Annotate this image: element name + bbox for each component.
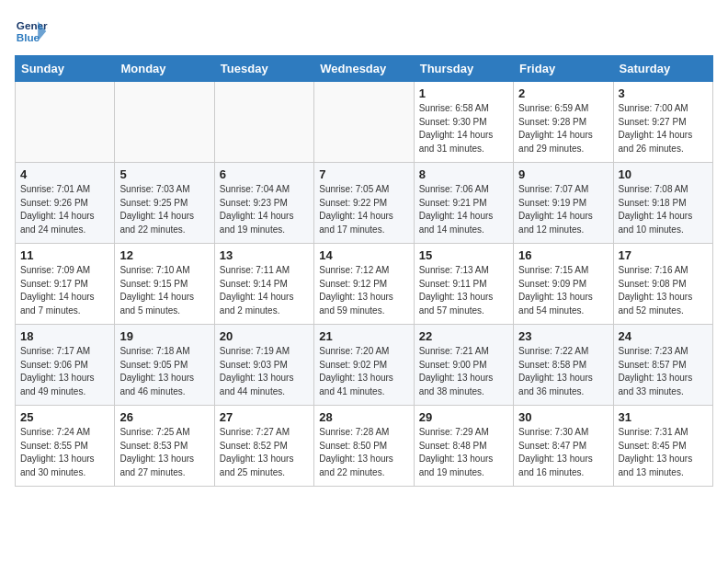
day-number: 23: [518, 329, 608, 343]
day-cell: 18Sunrise: 7:17 AMSunset: 9:06 PMDayligh…: [16, 325, 115, 406]
day-number: 28: [319, 410, 408, 424]
day-info: Sunrise: 7:20 AMSunset: 9:02 PMDaylight:…: [319, 345, 408, 398]
calendar-body: 1Sunrise: 6:58 AMSunset: 9:30 PMDaylight…: [16, 82, 713, 487]
day-info: Sunrise: 7:06 AMSunset: 9:21 PMDaylight:…: [419, 183, 508, 236]
day-info: Sunrise: 7:01 AMSunset: 9:26 PMDaylight:…: [20, 183, 109, 236]
day-cell: 4Sunrise: 7:01 AMSunset: 9:26 PMDaylight…: [16, 163, 115, 244]
day-info: Sunrise: 7:29 AMSunset: 8:48 PMDaylight:…: [419, 426, 508, 479]
day-number: 11: [20, 248, 109, 262]
day-info: Sunrise: 7:16 AMSunset: 9:08 PMDaylight:…: [619, 264, 708, 317]
day-cell: 29Sunrise: 7:29 AMSunset: 8:48 PMDayligh…: [414, 406, 513, 487]
day-number: 29: [419, 410, 508, 424]
day-info: Sunrise: 7:09 AMSunset: 9:17 PMDaylight:…: [20, 264, 109, 317]
week-row-3: 11Sunrise: 7:09 AMSunset: 9:17 PMDayligh…: [16, 244, 713, 325]
day-cell: 9Sunrise: 7:07 AMSunset: 9:19 PMDaylight…: [514, 163, 613, 244]
day-cell: 11Sunrise: 7:09 AMSunset: 9:17 PMDayligh…: [16, 244, 115, 325]
calendar-table: SundayMondayTuesdayWednesdayThursdayFrid…: [15, 55, 713, 487]
day-number: 12: [119, 248, 209, 262]
header-cell-saturday: Saturday: [613, 56, 712, 82]
day-cell: 12Sunrise: 7:10 AMSunset: 9:15 PMDayligh…: [115, 244, 214, 325]
header-cell-tuesday: Tuesday: [214, 56, 313, 82]
day-number: 27: [220, 410, 309, 424]
day-number: 20: [220, 329, 309, 343]
day-info: Sunrise: 7:31 AMSunset: 8:45 PMDaylight:…: [619, 426, 708, 479]
day-info: Sunrise: 7:04 AMSunset: 9:23 PMDaylight:…: [220, 183, 309, 236]
day-cell: 19Sunrise: 7:18 AMSunset: 9:05 PMDayligh…: [115, 325, 214, 406]
day-cell: [115, 82, 214, 163]
day-cell: 24Sunrise: 7:23 AMSunset: 8:57 PMDayligh…: [613, 325, 712, 406]
day-number: 9: [518, 167, 608, 181]
day-cell: 5Sunrise: 7:03 AMSunset: 9:25 PMDaylight…: [115, 163, 214, 244]
day-cell: [214, 82, 313, 163]
header-cell-monday: Monday: [115, 56, 214, 82]
header-cell-sunday: Sunday: [16, 56, 115, 82]
week-row-5: 25Sunrise: 7:24 AMSunset: 8:55 PMDayligh…: [16, 406, 713, 487]
logo: General Blue: [15, 15, 48, 48]
week-row-2: 4Sunrise: 7:01 AMSunset: 9:26 PMDaylight…: [16, 163, 713, 244]
calendar-header-row: SundayMondayTuesdayWednesdayThursdayFrid…: [16, 56, 713, 82]
day-info: Sunrise: 7:25 AMSunset: 8:53 PMDaylight:…: [119, 426, 209, 479]
day-number: 22: [419, 329, 508, 343]
day-cell: 3Sunrise: 7:00 AMSunset: 9:27 PMDaylight…: [613, 82, 712, 163]
day-cell: 20Sunrise: 7:19 AMSunset: 9:03 PMDayligh…: [214, 325, 313, 406]
day-cell: 7Sunrise: 7:05 AMSunset: 9:22 PMDaylight…: [314, 163, 414, 244]
day-info: Sunrise: 7:17 AMSunset: 9:06 PMDaylight:…: [20, 345, 109, 398]
day-info: Sunrise: 7:03 AMSunset: 9:25 PMDaylight:…: [119, 183, 209, 236]
day-info: Sunrise: 7:12 AMSunset: 9:12 PMDaylight:…: [319, 264, 408, 317]
header-cell-wednesday: Wednesday: [314, 56, 414, 82]
day-cell: 30Sunrise: 7:30 AMSunset: 8:47 PMDayligh…: [514, 406, 613, 487]
day-info: Sunrise: 6:58 AMSunset: 9:30 PMDaylight:…: [419, 102, 508, 155]
svg-text:Blue: Blue: [17, 31, 40, 43]
week-row-4: 18Sunrise: 7:17 AMSunset: 9:06 PMDayligh…: [16, 325, 713, 406]
day-cell: 25Sunrise: 7:24 AMSunset: 8:55 PMDayligh…: [16, 406, 115, 487]
day-info: Sunrise: 7:10 AMSunset: 9:15 PMDaylight:…: [119, 264, 209, 317]
day-cell: 27Sunrise: 7:27 AMSunset: 8:52 PMDayligh…: [214, 406, 313, 487]
day-info: Sunrise: 7:05 AMSunset: 9:22 PMDaylight:…: [319, 183, 408, 236]
day-cell: 10Sunrise: 7:08 AMSunset: 9:18 PMDayligh…: [613, 163, 712, 244]
day-number: 24: [619, 329, 708, 343]
day-cell: 23Sunrise: 7:22 AMSunset: 8:58 PMDayligh…: [514, 325, 613, 406]
day-number: 17: [619, 248, 708, 262]
day-number: 10: [619, 167, 708, 181]
day-number: 21: [319, 329, 408, 343]
day-info: Sunrise: 7:19 AMSunset: 9:03 PMDaylight:…: [220, 345, 309, 398]
day-info: Sunrise: 7:08 AMSunset: 9:18 PMDaylight:…: [619, 183, 708, 236]
day-info: Sunrise: 7:07 AMSunset: 9:19 PMDaylight:…: [518, 183, 608, 236]
day-number: 25: [20, 410, 109, 424]
day-number: 31: [619, 410, 708, 424]
day-number: 15: [419, 248, 508, 262]
day-cell: [314, 82, 414, 163]
day-number: 5: [119, 167, 209, 181]
day-cell: 8Sunrise: 7:06 AMSunset: 9:21 PMDaylight…: [414, 163, 513, 244]
week-row-1: 1Sunrise: 6:58 AMSunset: 9:30 PMDaylight…: [16, 82, 713, 163]
day-cell: 16Sunrise: 7:15 AMSunset: 9:09 PMDayligh…: [514, 244, 613, 325]
day-info: Sunrise: 7:28 AMSunset: 8:50 PMDaylight:…: [319, 426, 408, 479]
day-cell: 13Sunrise: 7:11 AMSunset: 9:14 PMDayligh…: [214, 244, 313, 325]
logo-icon: General Blue: [15, 15, 48, 48]
day-cell: 1Sunrise: 6:58 AMSunset: 9:30 PMDaylight…: [414, 82, 513, 163]
day-number: 18: [20, 329, 109, 343]
day-number: 7: [319, 167, 408, 181]
day-cell: 14Sunrise: 7:12 AMSunset: 9:12 PMDayligh…: [314, 244, 414, 325]
day-cell: 22Sunrise: 7:21 AMSunset: 9:00 PMDayligh…: [414, 325, 513, 406]
day-number: 3: [619, 86, 708, 100]
day-number: 16: [518, 248, 608, 262]
day-number: 13: [220, 248, 309, 262]
day-info: Sunrise: 7:23 AMSunset: 8:57 PMDaylight:…: [619, 345, 708, 398]
day-cell: 31Sunrise: 7:31 AMSunset: 8:45 PMDayligh…: [613, 406, 712, 487]
day-cell: 17Sunrise: 7:16 AMSunset: 9:08 PMDayligh…: [613, 244, 712, 325]
day-info: Sunrise: 7:11 AMSunset: 9:14 PMDaylight:…: [220, 264, 309, 317]
day-number: 30: [518, 410, 608, 424]
day-number: 14: [319, 248, 408, 262]
day-cell: 15Sunrise: 7:13 AMSunset: 9:11 PMDayligh…: [414, 244, 513, 325]
day-number: 2: [518, 86, 608, 100]
day-info: Sunrise: 7:22 AMSunset: 8:58 PMDaylight:…: [518, 345, 608, 398]
day-number: 8: [419, 167, 508, 181]
day-info: Sunrise: 7:13 AMSunset: 9:11 PMDaylight:…: [419, 264, 508, 317]
day-cell: 26Sunrise: 7:25 AMSunset: 8:53 PMDayligh…: [115, 406, 214, 487]
day-info: Sunrise: 7:15 AMSunset: 9:09 PMDaylight:…: [518, 264, 608, 317]
day-info: Sunrise: 7:00 AMSunset: 9:27 PMDaylight:…: [619, 102, 708, 155]
day-cell: 6Sunrise: 7:04 AMSunset: 9:23 PMDaylight…: [214, 163, 313, 244]
day-cell: [16, 82, 115, 163]
day-cell: 21Sunrise: 7:20 AMSunset: 9:02 PMDayligh…: [314, 325, 414, 406]
